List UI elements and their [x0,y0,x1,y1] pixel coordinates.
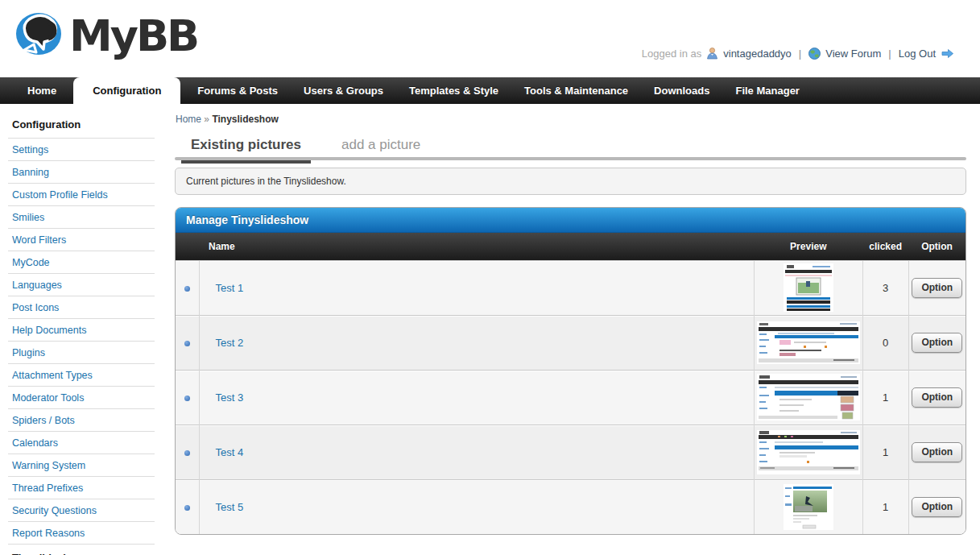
header: MyBB Logged in as vintagedaddyo | View F… [0,0,980,77]
nav-home[interactable]: Home [14,77,69,104]
globe-icon [808,48,821,60]
nav-tools-maintenance[interactable]: Tools & Maintenance [511,77,641,104]
sidebar-item-report-reasons[interactable]: Report Reasons [8,522,155,544]
sidebar-item-security-questions[interactable]: Security Questions [8,499,155,521]
clicked-count: 0 [862,315,908,370]
sidebar-item-word-filters[interactable]: Word Filters [8,229,155,251]
sidebar-item-plugins[interactable]: Plugins [8,342,155,363]
table-row: Test 2 [176,315,966,370]
column-header-marker [176,233,199,260]
sidebar-item-spiders-bots[interactable]: Spiders / Bots [8,409,155,431]
row-marker-icon [184,341,190,346]
row-marker-icon [184,286,190,292]
pictures-table: Name Preview clicked Option Test 1 [176,233,966,534]
picture-name-link[interactable]: Test 4 [200,446,244,458]
option-button[interactable]: Option [912,497,962,517]
breadcrumb-separator: » [204,114,209,125]
column-header-name: Name [199,233,754,260]
sidebar-item-thread-prefixes[interactable]: Thread Prefixes [8,477,155,499]
nav-users-groups[interactable]: Users & Groups [291,77,396,104]
logo[interactable]: MyBB [11,6,197,64]
sidebar-item-settings[interactable]: Settings [8,139,155,160]
sidebar-item-calendars[interactable]: Calendars [8,432,155,454]
separator: | [799,48,801,60]
sidebar-title: Configuration [8,112,155,138]
tab-existing-pictures[interactable]: Existing pictures [181,137,311,164]
clicked-count: 3 [862,260,908,315]
user-bar: Logged in as vintagedaddyo | View Forum … [642,47,954,60]
logo-text: MyBB [69,10,197,61]
log-out-link[interactable]: Log Out [899,48,936,60]
log-out-arrow-icon [941,48,954,59]
sidebar-item-moderator-tools[interactable]: Moderator Tools [8,387,155,408]
manage-table-panel: Manage Tinyslideshow Name Preview clicke… [175,207,966,535]
sidebar-item-help-documents[interactable]: Help Documents [8,319,155,341]
option-button[interactable]: Option [912,442,962,462]
preview-thumbnail [757,321,860,364]
option-button[interactable]: Option [912,278,962,298]
table-row: Test 4 [176,425,966,479]
column-header-preview: Preview [754,233,862,260]
preview-thumbnail [784,263,833,312]
sidebar-item-languages[interactable]: Languages [8,274,155,296]
nav-file-manager[interactable]: File Manager [722,77,812,104]
option-button[interactable]: Option [912,387,962,408]
view-forum-link[interactable]: View Forum [825,48,881,60]
main-nav: Home Configuration Forums & Posts Users … [0,77,980,104]
sidebar-section-tinyslideshow: Tinyslideshow [8,544,155,555]
picture-name-link[interactable]: Test 2 [200,337,244,349]
nav-downloads[interactable]: Downloads [641,77,722,104]
username-link[interactable]: vintagedaddyo [723,48,792,60]
column-header-clicked: clicked [862,233,908,260]
tab-bar: Existing pictures add a picture [175,137,966,160]
row-marker-icon [184,396,190,401]
sidebar-item-banning[interactable]: Banning [8,161,155,183]
breadcrumb-home-link[interactable]: Home [176,114,201,125]
nav-configuration[interactable]: Configuration [73,77,180,104]
table-title: Manage Tinyslideshow [176,208,966,233]
sidebar-item-warning-system[interactable]: Warning System [8,454,155,476]
logged-in-as-label: Logged in as [642,48,701,60]
nav-templates-style[interactable]: Templates & Style [396,77,511,104]
sidebar-item-post-icons[interactable]: Post Icons [8,296,155,318]
clicked-count: 1 [862,425,908,479]
table-row: Test 5 [176,479,966,534]
row-marker-icon [184,505,190,511]
option-button[interactable]: Option [912,333,962,353]
sidebar-item-attachment-types[interactable]: Attachment Types [8,364,155,386]
picture-name-link[interactable]: Test 5 [200,501,244,513]
table-header-row: Name Preview clicked Option [176,233,966,260]
sidebar-item-smilies[interactable]: Smilies [8,206,155,228]
row-marker-icon [184,450,190,456]
picture-name-link[interactable]: Test 1 [200,282,244,294]
table-row: Test 1 [176,260,966,315]
sidebar-item-mycode[interactable]: MyCode [8,251,155,273]
clicked-count: 1 [862,479,908,534]
preview-thumbnail [784,484,833,530]
sidebar-item-custom-profile-fields[interactable]: Custom Profile Fields [8,184,155,205]
tab-add-a-picture[interactable]: add a picture [338,137,424,160]
nav-forums-posts[interactable]: Forums & Posts [184,77,291,104]
clicked-count: 1 [862,370,908,425]
breadcrumb-current: Tinyslideshow [212,114,278,125]
user-avatar-icon [706,47,718,60]
column-header-option: Option [908,233,966,260]
preview-thumbnail [757,430,860,474]
main-content: Home » Tinyslideshow Existing pictures a… [155,104,980,535]
separator: | [888,48,891,60]
description-box: Current pictures in the Tinyslideshow. [175,168,966,195]
table-row: Test 3 [176,370,966,425]
sidebar: Configuration Settings Banning Custom Pr… [0,104,155,555]
sidebar-list: Settings Banning Custom Profile Fields S… [8,138,155,544]
mybb-logo-icon [11,6,68,64]
breadcrumb: Home » Tinyslideshow [175,111,966,125]
preview-thumbnail [757,374,860,420]
picture-name-link[interactable]: Test 3 [200,391,244,404]
